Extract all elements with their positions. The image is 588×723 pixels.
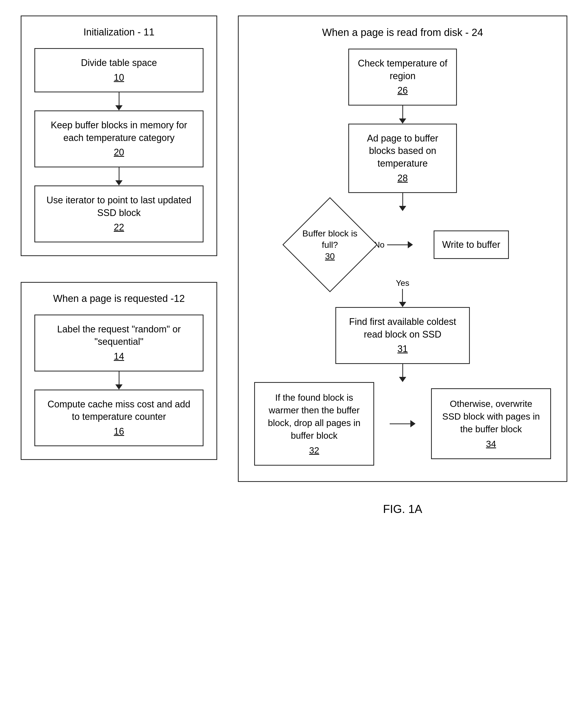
main-layout: Initialization - 11 Divide table space 1…: [21, 16, 567, 516]
bottom-row: If the found block is warmer then the bu…: [254, 382, 551, 466]
arrow-1: [35, 92, 204, 110]
arrow-head: [115, 385, 123, 390]
right-section-title: When a page is read from disk - 24: [254, 27, 551, 38]
arrow-head: [399, 119, 406, 124]
check-temp-box: Check temperature of region 26: [348, 49, 457, 106]
right-column: When a page is read from disk - 24 Check…: [238, 16, 567, 516]
arrow-head: [399, 377, 406, 382]
h-arrow-bottom: [390, 420, 416, 427]
diamond-col: Buffer block is full? 30: [296, 211, 363, 278]
yes-branch: Yes: [396, 278, 409, 307]
ad-page-box: Ad page to buffer blocks based on temper…: [348, 124, 457, 193]
arrow-h-head: [411, 420, 416, 427]
init-box-1: Divide table space 10: [35, 48, 204, 92]
if-warmer-box: If the found block is warmer then the bu…: [254, 382, 374, 466]
init-section: Initialization - 11 Divide table space 1…: [21, 16, 217, 256]
arrow-2: [35, 167, 204, 185]
arrow-line: [402, 106, 403, 119]
yes-label: Yes: [396, 278, 409, 288]
init-box-2: Keep buffer blocks in memory for each te…: [35, 110, 204, 167]
arrow-r2: [399, 193, 406, 211]
right-section: When a page is read from disk - 24 Check…: [238, 16, 567, 482]
left-column: Initialization - 11 Divide table space 1…: [21, 16, 217, 460]
arrow-h-line: [387, 245, 408, 245]
write-buffer-box: Write to buffer: [434, 230, 509, 259]
arrow-line: [119, 371, 120, 385]
arrow-line: [119, 167, 120, 180]
request-section: When a page is requested -12 Label the r…: [21, 282, 217, 460]
arrow-head: [115, 180, 123, 185]
arrow-h-head: [408, 241, 413, 248]
no-arrow-row: No Write to buffer: [374, 230, 509, 259]
request-box-2: Compute cache miss cost and add to tempe…: [35, 390, 204, 447]
buffer-full-diamond: Buffer block is full? 30: [282, 197, 378, 292]
arrow-head: [399, 206, 406, 211]
arrow-h-line: [390, 424, 411, 424]
arrow-3: [35, 371, 204, 390]
arrow-line: [402, 364, 403, 377]
arrow-line: [402, 289, 403, 302]
diamond-row: Buffer block is full? 30 No Write t: [254, 211, 551, 278]
otherwise-box: Otherwise, overwrite SSD block with page…: [431, 388, 551, 459]
arrow-head: [399, 302, 406, 307]
page: Initialization - 11 Divide table space 1…: [0, 0, 588, 723]
arrow-head: [115, 105, 123, 110]
fig-caption: FIG. 1A: [383, 502, 422, 516]
request-box-1: Label the request "random" or "sequentia…: [35, 314, 204, 371]
init-title: Initialization - 11: [35, 27, 204, 38]
find-block-box: Find first available coldest read block …: [335, 307, 470, 364]
arrow-line: [119, 92, 120, 105]
arrow-line: [402, 193, 403, 206]
arrow-r3: [399, 289, 406, 307]
arrow-r4: [399, 364, 406, 382]
init-box-3: Use iterator to point to last updated SS…: [35, 185, 204, 242]
arrow-r1: [399, 106, 406, 124]
request-title: When a page is requested -12: [35, 293, 204, 304]
